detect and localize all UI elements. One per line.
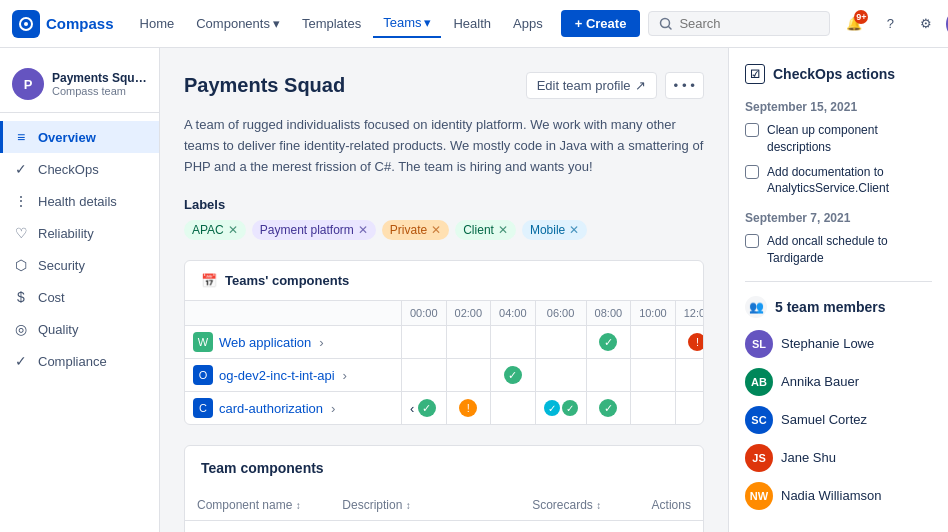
sidebar-item-cost[interactable]: $ Cost (0, 281, 159, 313)
remove-label-client[interactable]: ✕ (498, 223, 508, 237)
team-icon: P (12, 68, 44, 100)
member-name-nadia: Nadia Williamson (781, 488, 881, 503)
timeline-col-component (185, 301, 402, 326)
panel-divider (745, 281, 932, 282)
timeline-body: 00:00 02:00 04:00 06:00 08:00 10:00 12:0… (185, 301, 703, 424)
components-table-title: Team components (201, 460, 324, 476)
remove-label-payment[interactable]: ✕ (358, 223, 368, 237)
logo-text: Compass (46, 15, 114, 32)
sidebar: P Payments Squad Compass team ≡ Overview… (0, 48, 160, 532)
labels-title: Labels (184, 197, 704, 212)
edit-team-profile-button[interactable]: Edit team profile ↗ (526, 72, 657, 99)
label-client[interactable]: Client ✕ (455, 220, 516, 240)
status-green: ✓ (599, 333, 617, 351)
main-content: Payments Squad Edit team profile ↗ • • •… (160, 48, 728, 532)
component-cell-web: W Web application › (193, 332, 393, 352)
col-component-name: Component name ↕ (185, 490, 330, 521)
sidebar-item-health-details[interactable]: ⋮ Health details (0, 185, 159, 217)
sidebar-item-checkops[interactable]: ✓ CheckOps (0, 153, 159, 185)
search-icon (659, 17, 673, 31)
status-green3: ✓ (504, 366, 522, 384)
nav-link-teams[interactable]: Teams ▾ (373, 9, 441, 38)
status-green5: ✓ (418, 399, 436, 417)
sidebar-item-security[interactable]: ⬡ Security (0, 249, 159, 281)
overview-icon: ≡ (12, 128, 30, 146)
action-text-2: Add documentation to AnalyticsService.Cl… (767, 164, 932, 198)
component-name-cell-card: C card-authorization (185, 521, 330, 532)
nav-link-apps[interactable]: Apps (503, 10, 553, 37)
settings-button[interactable]: ⚙ (910, 8, 942, 40)
nav-link-health[interactable]: Health (443, 10, 501, 37)
web-app-link[interactable]: Web application (219, 335, 311, 350)
search-input[interactable] (679, 16, 819, 31)
action-checkbox-1[interactable] (745, 123, 759, 137)
create-button[interactable]: + Create (561, 10, 641, 37)
more-options-button[interactable]: • • • (665, 72, 704, 99)
status-green6: ✓ (562, 400, 578, 416)
nav-link-home[interactable]: Home (130, 10, 185, 37)
action-item-1: Clean up component descriptions (745, 122, 932, 156)
table-row: C card-authorization › ‹✓ ! ✓✓ ✓ (185, 392, 703, 425)
og-icon: O (193, 365, 213, 385)
remove-label-mobile[interactable]: ✕ (569, 223, 579, 237)
card-link[interactable]: card-authorization (219, 401, 323, 416)
member-name-jane: Jane Shu (781, 450, 836, 465)
action-checkbox-3[interactable] (745, 234, 759, 248)
sidebar-item-overview[interactable]: ≡ Overview (0, 121, 159, 153)
card-auth-score: ALL PASSING (520, 521, 639, 532)
panel-header: ☑ CheckOps actions (745, 64, 932, 84)
page-title: Payments Squad (184, 74, 345, 97)
action-checkbox-2[interactable] (745, 165, 759, 179)
nav-links: Home Components ▾ Templates Teams ▾ Heal… (130, 9, 553, 38)
web-app-expand[interactable]: › (317, 333, 325, 352)
team-subtitle: Compass team (52, 85, 147, 97)
help-button[interactable]: ? (874, 8, 906, 40)
cost-icon: $ (12, 288, 30, 306)
calendar-icon: 📅 (201, 273, 217, 288)
timeline-hour-4: 08:00 (586, 301, 631, 326)
member-item-annika: AB Annika Bauer (745, 368, 932, 396)
status-teal: ✓ (544, 400, 560, 416)
components-section: Team components Component name ↕ Descrip… (184, 445, 704, 532)
timeline-hour-2: 04:00 (491, 301, 536, 326)
logo[interactable]: Compass (12, 10, 114, 38)
sidebar-item-quality[interactable]: ◎ Quality (0, 313, 159, 345)
remove-label-private[interactable]: ✕ (431, 223, 441, 237)
notifications-button[interactable]: 🔔 9+ (838, 8, 870, 40)
labels-row: APAC ✕ Payment platform ✕ Private ✕ Clie… (184, 220, 704, 240)
label-payment-platform[interactable]: Payment platform ✕ (252, 220, 376, 240)
timeline-hour-5: 10:00 (631, 301, 676, 326)
prev-arrow: ‹ (410, 401, 414, 416)
nav-link-templates[interactable]: Templates (292, 10, 371, 37)
team-name: Payments Squad (52, 71, 147, 85)
sidebar-item-compliance[interactable]: ✓ Compliance (0, 345, 159, 377)
nav-link-components[interactable]: Components ▾ (186, 10, 290, 37)
member-avatar-nadia: NW (745, 482, 773, 510)
members-header: 👥 5 team members (745, 296, 932, 318)
sidebar-item-reliability[interactable]: ♡ Reliability (0, 217, 159, 249)
label-mobile[interactable]: Mobile ✕ (522, 220, 587, 240)
card-expand[interactable]: › (329, 399, 337, 418)
label-private[interactable]: Private ✕ (382, 220, 449, 240)
og-expand[interactable]: › (341, 366, 349, 385)
label-apac[interactable]: APAC ✕ (184, 220, 246, 240)
labels-section: Labels APAC ✕ Payment platform ✕ Private… (184, 197, 704, 240)
component-cell-card: C card-authorization › (193, 398, 393, 418)
right-panel: ☑ CheckOps actions September 15, 2021 Cl… (728, 48, 948, 532)
member-item-jane: JS Jane Shu (745, 444, 932, 472)
remove-label-apac[interactable]: ✕ (228, 223, 238, 237)
timeline-hour-6: 12:00 (675, 301, 703, 326)
team-details: Payments Squad Compass team (52, 71, 147, 97)
sidebar-item-compliance-label: Compliance (38, 354, 107, 369)
sidebar-item-cost-label: Cost (38, 290, 65, 305)
search-bar[interactable] (648, 11, 830, 36)
quality-icon: ◎ (12, 320, 30, 338)
date-section-2: September 7, 2021 Add oncall schedule to… (745, 211, 932, 267)
og-link[interactable]: og-dev2-inc-t-int-api (219, 368, 335, 383)
reliability-icon: ♡ (12, 224, 30, 242)
nav-icon-group: 🔔 9+ ? ⚙ U (838, 8, 948, 40)
timeline-title: Teams' components (225, 273, 349, 288)
member-item-samuel: SC Samuel Cortez (745, 406, 932, 434)
sidebar-item-checkops-label: CheckOps (38, 162, 99, 177)
table-row: C card-authorization This service provid… (185, 521, 703, 532)
